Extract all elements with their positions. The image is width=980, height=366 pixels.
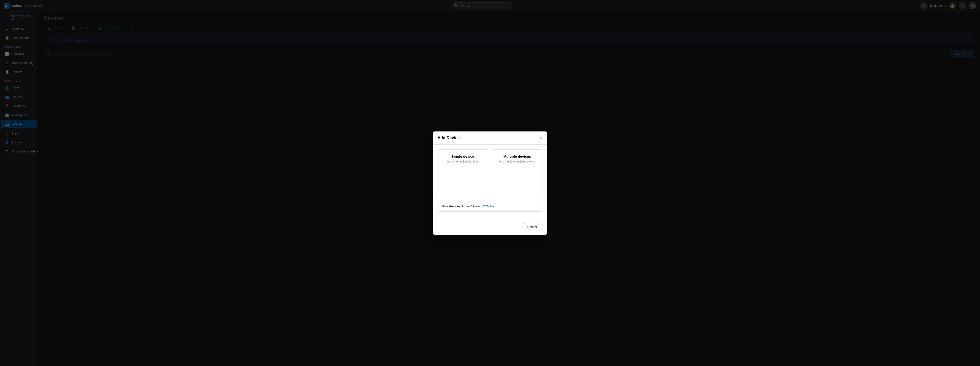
modal-title: Add Device (438, 136, 460, 140)
modal-header: Add Device × (433, 131, 547, 145)
csv-file-link[interactable]: CSV file (483, 205, 494, 208)
modal-footer: Cancel (433, 220, 547, 235)
bulk-label-text: Import/Upload (462, 205, 482, 208)
cancel-button[interactable]: Cancel (522, 223, 542, 231)
modal-body: Single device Add one device at a time M… (433, 145, 547, 220)
multiple-devices-title: Multiple devices (503, 154, 531, 158)
modal-close-button[interactable]: × (539, 135, 542, 141)
multiple-devices-card[interactable]: Multiple devices Add multiple devices at… (492, 149, 542, 197)
single-device-title: Single device (452, 154, 474, 158)
add-device-modal: Add Device × Single device Add one devic… (433, 131, 547, 235)
bulk-devices-row: Bulk devices Import/Upload CSV file (438, 201, 542, 212)
single-device-subtitle: Add one device at a time (447, 160, 479, 163)
modal-cards: Single device Add one device at a time M… (438, 149, 542, 197)
bulk-label-bold: Bulk devices (442, 205, 461, 208)
modal-overlay[interactable]: Add Device × Single device Add one devic… (0, 0, 980, 366)
multiple-devices-subtitle: Add multiple devices at once (499, 160, 536, 163)
single-device-card[interactable]: Single device Add one device at a time (438, 149, 488, 197)
